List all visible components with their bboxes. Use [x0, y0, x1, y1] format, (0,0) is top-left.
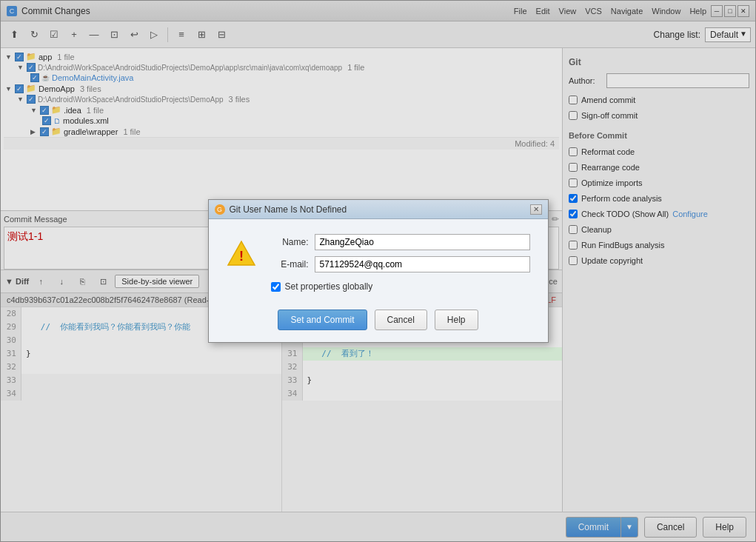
- email-field-row: E-mail:: [268, 256, 530, 272]
- name-field-label: Name:: [268, 237, 309, 247]
- dialog-title-bar: G Git User Name Is Not Defined ✕: [209, 200, 548, 219]
- warning-icon: !: [227, 238, 256, 268]
- set-globally-label[interactable]: Set properties globally: [285, 281, 373, 292]
- name-field-row: Name:: [268, 234, 530, 250]
- git-username-dialog: G Git User Name Is Not Defined ✕ ! Name:: [208, 199, 549, 343]
- main-window: C Commit Changes File Edit View VCS Navi…: [0, 0, 756, 542]
- dialog-fields: Name: E-mail:: [268, 234, 530, 272]
- dialog-close-button[interactable]: ✕: [530, 204, 542, 215]
- dialog-help-button[interactable]: Help: [435, 310, 478, 330]
- dialog-icon: G: [215, 204, 225, 215]
- email-field-label: E-mail:: [268, 259, 309, 270]
- dialog-warning-row: ! Name: E-mail:: [227, 234, 530, 272]
- dialog-buttons: Set and Commit Cancel Help: [209, 304, 548, 342]
- dialog-overlay: G Git User Name Is Not Defined ✕ ! Name:: [1, 1, 755, 541]
- svg-text:!: !: [239, 249, 244, 264]
- name-field-input[interactable]: [315, 234, 530, 250]
- email-field-input[interactable]: [315, 256, 530, 272]
- dialog-cancel-button[interactable]: Cancel: [375, 310, 427, 330]
- dialog-body: ! Name: E-mail:: [209, 219, 548, 304]
- global-check-row: Set properties globally: [227, 281, 530, 292]
- dialog-title: Git User Name Is Not Defined: [230, 204, 526, 215]
- set-globally-checkbox[interactable]: [271, 282, 281, 292]
- set-and-commit-button[interactable]: Set and Commit: [278, 310, 367, 330]
